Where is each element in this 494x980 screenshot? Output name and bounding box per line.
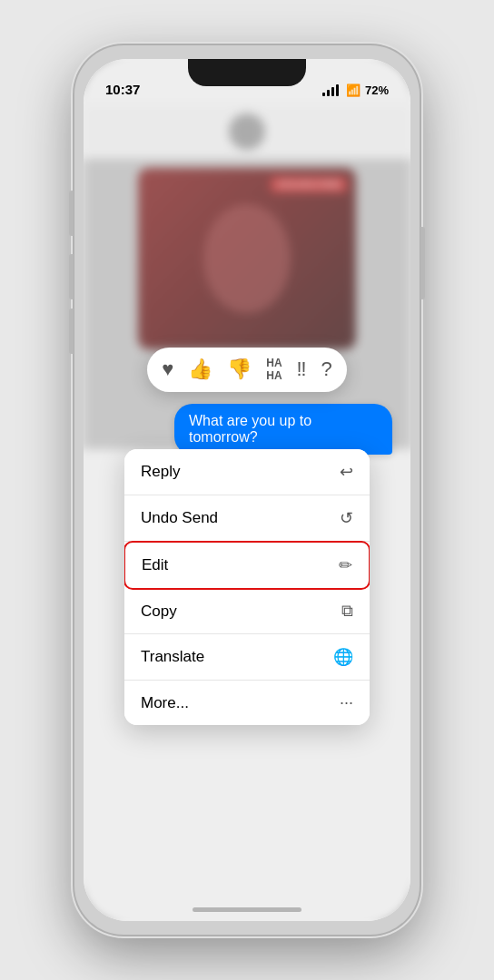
status-time: 10:37 bbox=[105, 82, 140, 97]
menu-item-translate-label: Translate bbox=[141, 648, 204, 666]
menu-item-undo-send[interactable]: Undo Send ↺ bbox=[124, 495, 370, 542]
battery-level: 72 bbox=[365, 83, 378, 97]
phone-frame: 10:37 📶 72% bbox=[74, 45, 420, 935]
menu-item-translate[interactable]: Translate 🌐 bbox=[124, 634, 370, 681]
reaction-exclamation[interactable]: ‼ bbox=[297, 358, 307, 381]
message-text: What are you up to tomorrow? bbox=[189, 413, 311, 445]
translate-icon: 🌐 bbox=[333, 647, 353, 667]
copy-icon: ⧉ bbox=[341, 602, 353, 621]
menu-item-undo-send-label: Undo Send bbox=[141, 509, 218, 527]
message-bubble: What are you up to tomorrow? bbox=[174, 404, 392, 455]
home-indicator bbox=[193, 907, 301, 912]
reaction-question[interactable]: ? bbox=[321, 358, 332, 381]
battery-indicator: 72% bbox=[365, 83, 389, 97]
more-icon: ··· bbox=[340, 693, 353, 712]
reply-icon: ↩ bbox=[340, 462, 353, 482]
status-icons: 📶 72% bbox=[322, 83, 389, 97]
undo-send-icon: ↺ bbox=[340, 508, 353, 528]
menu-item-edit[interactable]: Edit ✏ bbox=[124, 541, 370, 590]
menu-item-copy[interactable]: Copy ⧉ bbox=[124, 589, 370, 634]
signal-icon bbox=[322, 84, 339, 96]
reaction-thumbsdown[interactable]: 👎 bbox=[227, 358, 252, 381]
edit-icon: ✏ bbox=[339, 555, 352, 575]
menu-item-more[interactable]: More... ··· bbox=[124, 681, 370, 725]
reaction-heart[interactable]: ♥ bbox=[162, 358, 173, 381]
wifi-icon: 📶 bbox=[346, 83, 361, 97]
reaction-picker[interactable]: ♥ 👍 👎 HAHA ‼ ? bbox=[147, 348, 347, 392]
menu-item-copy-label: Copy bbox=[141, 603, 177, 621]
menu-item-reply[interactable]: Reply ↩ bbox=[124, 449, 370, 495]
menu-item-more-label: More... bbox=[141, 694, 189, 712]
reaction-haha[interactable]: HAHA bbox=[266, 357, 282, 383]
context-menu: Reply ↩ Undo Send ↺ Edit ✏ Copy ⧉ Transl… bbox=[124, 449, 370, 725]
phone-notch bbox=[188, 59, 306, 86]
menu-item-reply-label: Reply bbox=[141, 463, 180, 481]
phone-screen: 10:37 📶 72% bbox=[84, 59, 410, 921]
menu-item-edit-label: Edit bbox=[142, 556, 168, 574]
message-bubble-container: What are you up to tomorrow? bbox=[174, 404, 392, 455]
reaction-thumbsup[interactable]: 👍 bbox=[188, 358, 212, 381]
